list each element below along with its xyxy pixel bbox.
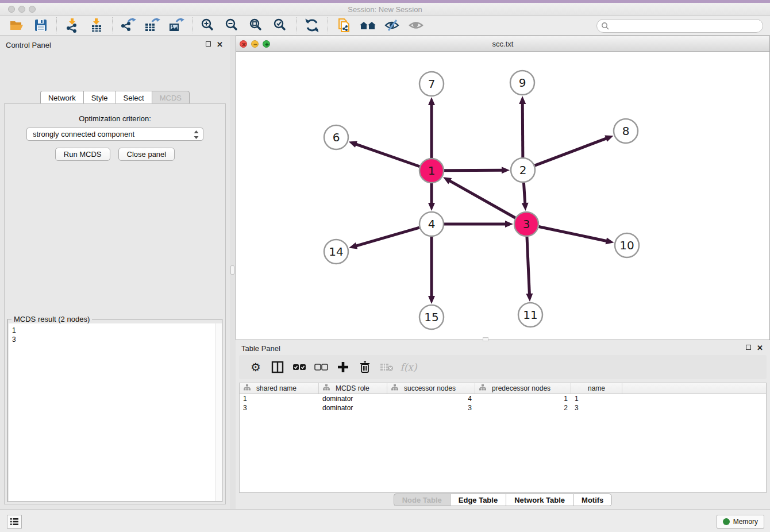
table-tab-edge-table[interactable]: Edge Table: [450, 494, 506, 506]
session-title: Session: New Session: [0, 5, 770, 14]
network-view-window: scc.txt 7968124314101511: [236, 36, 770, 340]
table-cell[interactable]: dominator: [319, 394, 387, 403]
table-row[interactable]: 1dominator411: [240, 394, 766, 403]
delete-column-trash-icon[interactable]: [356, 358, 374, 376]
graph-edge-2-3[interactable]: [523, 183, 525, 205]
column-header-predecessor-nodes[interactable]: predecessor nodes: [475, 383, 571, 394]
criterion-dropdown[interactable]: strongly connected component: [26, 128, 203, 141]
table-panel-header: Table Panel ✕: [236, 340, 770, 355]
network-window-titlebar[interactable]: scc.txt: [236, 36, 769, 52]
table-panel-title: Table Panel: [241, 344, 280, 353]
table-cell[interactable]: 3: [240, 403, 319, 413]
duplicate-network-icon[interactable]: [335, 17, 352, 33]
export-image-icon[interactable]: [168, 17, 185, 33]
graph-edge-3-11[interactable]: [527, 237, 530, 295]
list-icon: [10, 518, 19, 526]
export-table-icon[interactable]: [144, 17, 161, 33]
main-titlebar: Session: New Session: [0, 0, 770, 16]
table-cell[interactable]: 1: [571, 394, 622, 403]
arrowhead-icon: [606, 237, 614, 244]
memory-button[interactable]: Memory: [717, 515, 764, 529]
graph-edge-2-8[interactable]: [535, 138, 608, 165]
table-body: 1dominator4113dominator323: [240, 394, 766, 413]
run-mcds-button[interactable]: Run MCDS: [55, 148, 110, 161]
open-session-icon[interactable]: [8, 17, 25, 33]
show-columns-icon[interactable]: [269, 358, 286, 376]
graph-node-label: 9: [519, 76, 526, 90]
column-header-shared-name[interactable]: shared name: [240, 383, 319, 394]
home-icon[interactable]: [359, 17, 376, 33]
save-session-icon[interactable]: [32, 17, 49, 33]
search-icon: [601, 22, 609, 32]
table-cell[interactable]: 2: [475, 403, 571, 413]
graph-node-label: 2: [519, 163, 527, 177]
graph-edge-2-9[interactable]: [522, 102, 523, 157]
table-tab-motifs[interactable]: Motifs: [573, 494, 612, 506]
add-column-icon[interactable]: [334, 358, 352, 376]
table-cell[interactable]: 1: [240, 394, 319, 403]
unselect-all-columns-icon[interactable]: [313, 358, 330, 376]
graph-edge-3-1[interactable]: [449, 180, 515, 218]
graph-edge-1-6[interactable]: [355, 144, 419, 167]
column-header-name[interactable]: name: [571, 383, 622, 394]
status-bar: Memory: [0, 509, 770, 532]
table-settings-gear-icon[interactable]: ⚙: [247, 358, 264, 376]
column-header-successor-nodes[interactable]: successor nodes: [387, 383, 475, 394]
table-cell[interactable]: 4: [387, 394, 475, 403]
float-panel-icon[interactable]: [206, 41, 211, 47]
control-panel-title: Control Panel: [6, 41, 51, 49]
graph-node-label: 6: [333, 130, 340, 144]
arrowhead-icon: [519, 96, 526, 104]
delete-table-icon[interactable]: [378, 358, 395, 376]
task-history-button[interactable]: [7, 515, 22, 529]
network-canvas[interactable]: 7968124314101511: [236, 52, 769, 340]
close-panel-icon[interactable]: ✕: [217, 40, 223, 49]
vertical-splitter[interactable]: [230, 36, 236, 509]
arrowhead-icon: [428, 296, 435, 304]
show-all-eye-icon[interactable]: [407, 17, 425, 33]
toolbar-separator: [328, 17, 328, 33]
graph-node-label: 15: [424, 310, 438, 324]
graph-edge-4-14[interactable]: [355, 228, 419, 246]
column-header-MCDS-role[interactable]: MCDS role: [319, 383, 387, 394]
hide-selected-eye-icon[interactable]: [383, 17, 401, 33]
zoom-selected-icon[interactable]: [272, 17, 289, 33]
graph-edge-3-10[interactable]: [539, 227, 608, 241]
export-network-icon[interactable]: [120, 17, 137, 33]
float-table-panel-icon[interactable]: [746, 345, 751, 350]
table-row[interactable]: 3dominator323: [240, 403, 766, 413]
mcds-result-list[interactable]: 1 3: [9, 323, 221, 501]
import-table-icon[interactable]: [88, 17, 105, 33]
function-builder-icon[interactable]: f(x): [400, 358, 417, 376]
select-all-columns-icon[interactable]: [291, 358, 308, 376]
close-panel-button[interactable]: Close panel: [118, 148, 175, 161]
horizontal-splitter-grip[interactable]: [483, 337, 488, 341]
table-cell[interactable]: 3: [571, 403, 622, 413]
graph-node-label: 10: [619, 238, 634, 252]
zoom-out-icon[interactable]: [224, 17, 241, 33]
arrowhead-icon: [428, 97, 435, 105]
table-tab-network-table[interactable]: Network Table: [506, 494, 573, 506]
search-input[interactable]: [596, 19, 763, 33]
column-label: MCDS role: [336, 384, 369, 392]
refresh-icon[interactable]: [303, 17, 321, 33]
table-cell[interactable]: dominator: [319, 403, 387, 413]
table-tab-node-table[interactable]: Node Table: [394, 494, 450, 506]
table-toolbar: ⚙ f(x): [239, 355, 767, 379]
graph-edge-1-2[interactable]: [444, 170, 503, 171]
memory-label: Memory: [733, 518, 758, 526]
splitter-grip[interactable]: [230, 265, 234, 275]
table-cell[interactable]: 3: [387, 403, 475, 413]
tree-hierarchy-icon: [479, 384, 486, 392]
zoom-in-icon[interactable]: [199, 17, 217, 33]
graph-node-label: 3: [523, 217, 530, 231]
column-label: predecessor nodes: [492, 384, 550, 392]
zoom-fit-icon[interactable]: [248, 17, 265, 33]
main-toolbar: [0, 16, 770, 36]
result-scrollbar[interactable]: [215, 323, 222, 501]
close-table-panel-icon[interactable]: ✕: [757, 344, 763, 352]
toolbar-separator: [296, 17, 297, 33]
import-network-icon[interactable]: [64, 17, 81, 33]
table-cell[interactable]: 1: [475, 394, 571, 403]
control-panel: Control Panel ✕ NetworkStyleSelectMCDS O…: [0, 36, 230, 509]
